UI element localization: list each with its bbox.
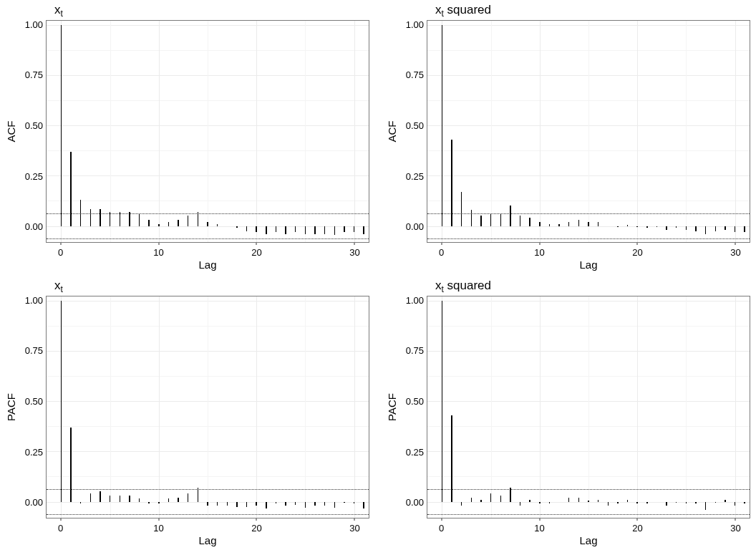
acf-bar: [80, 502, 82, 504]
chart-panel-tl: xtACF0.000.250.500.751.000102030Lag: [3, 3, 369, 271]
acf-bar: [295, 226, 296, 232]
y-tick-label: 0.00: [25, 221, 43, 232]
acf-bar: [636, 226, 638, 227]
confidence-line: [427, 238, 750, 239]
x-axis-row: 0102030Lag: [384, 243, 750, 271]
acf-bar: [276, 226, 277, 232]
y-axis-ticks: 0.000.250.500.751.00: [399, 20, 427, 243]
acf-bar: [471, 210, 472, 226]
acf-bar: [442, 25, 443, 226]
acf-bar: [324, 226, 326, 234]
acf-bar: [100, 491, 101, 501]
acf-bar: [148, 502, 150, 504]
acf-bar: [139, 214, 140, 226]
acf-bar: [705, 226, 707, 234]
y-axis-ticks: 0.000.250.500.751.00: [399, 296, 427, 518]
acf-bar: [500, 214, 502, 226]
acf-bar: [744, 226, 745, 232]
acf-bar: [188, 216, 189, 226]
x-axis-label: Lag: [427, 259, 750, 271]
y-tick-label: 0.25: [406, 170, 424, 181]
acf-bar: [236, 226, 238, 228]
acf-bar: [461, 502, 462, 506]
x-tick-label: 20: [632, 247, 642, 258]
acf-bar: [686, 502, 687, 504]
acf-bar: [549, 224, 551, 226]
acf-bar: [354, 502, 355, 504]
acf-bar: [676, 226, 677, 228]
y-tick-label: 0.25: [25, 170, 43, 181]
acf-bar: [549, 502, 551, 504]
acf-bar: [510, 488, 511, 502]
y-axis-ticks: 0.000.250.500.751.00: [19, 296, 46, 518]
acf-bar: [129, 496, 130, 501]
x-tick-label: 20: [251, 523, 261, 534]
y-tick-label: 0.75: [25, 345, 43, 356]
acf-bar: [490, 214, 492, 226]
chart-panel-br: xt squaredPACF0.000.250.500.751.00010203…: [384, 279, 750, 547]
acf-bar: [529, 218, 530, 226]
acf-bar: [100, 209, 101, 226]
acf-bar: [627, 500, 629, 502]
acf-bar: [676, 502, 677, 503]
acf-bar: [80, 200, 82, 226]
chart-title: xt: [54, 3, 369, 19]
acf-bar: [715, 502, 717, 503]
acf-bar: [636, 502, 638, 504]
acf-bar: [500, 496, 502, 501]
acf-bar: [207, 222, 208, 226]
acf-bar: [705, 502, 707, 510]
x-tick-label: 20: [251, 247, 261, 258]
chart-grid: xtACF0.000.250.500.751.000102030Lagxt sq…: [0, 0, 756, 550]
x-axis-row: 0102030Lag: [3, 518, 369, 547]
acf-bar: [246, 226, 248, 231]
y-tick-label: 0.00: [406, 221, 424, 232]
acf-bar: [646, 502, 648, 504]
acf-bar: [120, 212, 121, 226]
acf-bar: [471, 498, 472, 502]
acf-bar: [568, 498, 570, 502]
acf-bar: [61, 25, 62, 226]
acf-bar: [324, 502, 326, 506]
y-tick-label: 0.75: [406, 69, 424, 80]
acf-bar: [578, 498, 580, 502]
acf-bar: [451, 140, 452, 226]
acf-bar: [110, 212, 111, 226]
acf-bar: [480, 500, 482, 502]
confidence-line: [47, 489, 369, 490]
acf-bar: [256, 502, 257, 506]
acf-bar: [656, 226, 658, 227]
y-tick-label: 1.00: [25, 19, 43, 29]
acf-bar: [598, 222, 599, 226]
chart-panel-bl: xtPACF0.000.250.500.751.000102030Lag: [3, 279, 369, 547]
acf-bar: [70, 428, 72, 502]
x-axis-label: Lag: [46, 534, 369, 546]
acf-bar: [724, 226, 726, 231]
acf-bar: [608, 502, 609, 506]
confidence-line: [47, 514, 369, 515]
acf-bar: [266, 502, 267, 509]
x-axis-ticks: 0102030Lag: [46, 243, 369, 271]
acf-bar: [724, 500, 726, 502]
plot-area: [46, 296, 369, 518]
acf-bar: [148, 220, 150, 226]
acf-bar: [646, 226, 648, 228]
acf-bar: [363, 226, 364, 234]
y-tick-label: 0.50: [25, 120, 43, 131]
acf-bar: [363, 502, 364, 509]
acf-bar: [276, 502, 277, 504]
acf-bar: [715, 226, 717, 231]
x-tick-label: 0: [58, 523, 63, 534]
acf-bar: [520, 502, 521, 506]
acf-bar: [666, 226, 667, 231]
acf-bar: [735, 226, 736, 232]
x-axis-label: Lag: [427, 534, 750, 546]
y-tick-label: 0.50: [25, 396, 43, 407]
acf-bar: [344, 226, 345, 232]
acf-bar: [578, 220, 580, 226]
y-axis-label: PACF: [386, 393, 398, 421]
acf-bar: [510, 206, 511, 226]
acf-bar: [588, 501, 589, 501]
acf-bar: [314, 502, 316, 506]
y-tick-label: 0.00: [25, 497, 43, 508]
